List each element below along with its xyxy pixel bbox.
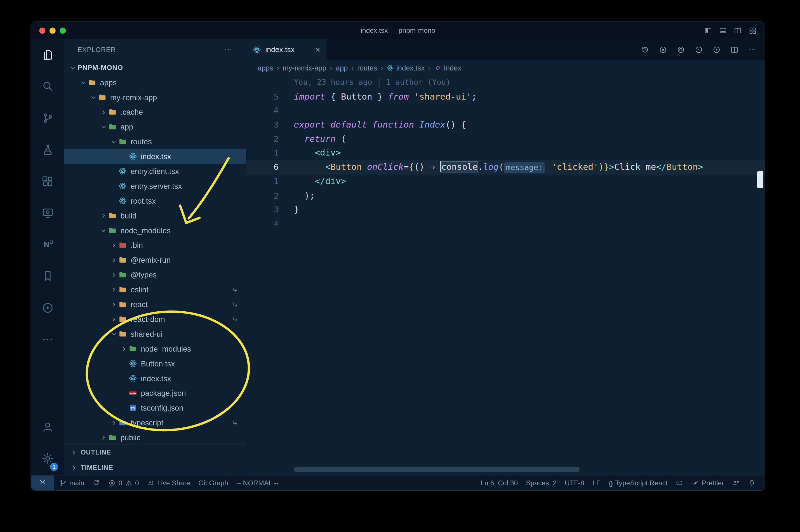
tree-item-node_modules[interactable]: node_modules [64, 341, 246, 356]
tree-item-my-remix-app[interactable]: my-remix-app [64, 90, 246, 104]
breadcrumb-item-app[interactable]: app [336, 64, 348, 72]
tree-item-label: @types [131, 270, 157, 279]
tree-item-@types[interactable]: @types [64, 267, 246, 282]
code-token: { [325, 91, 341, 101]
tree-item-PNPM-MONO[interactable]: PNPM-MONO [64, 60, 246, 75]
breadcrumb-item-apps[interactable]: apps [258, 64, 273, 72]
status-encoding[interactable]: UTF-8 [560, 475, 588, 490]
settings-icon[interactable]: 1 [31, 442, 64, 474]
timeline-history-icon[interactable] [641, 45, 649, 54]
status-language-mode[interactable]: {}TypeScript React [605, 475, 672, 490]
breadcrumb-item-Index[interactable]: Index [434, 64, 461, 72]
bookmarks-icon[interactable] [31, 260, 64, 292]
status-vim-mode[interactable]: -- NORMAL -- [232, 475, 283, 490]
layout-panel-icon[interactable] [719, 26, 727, 34]
close-window-button[interactable] [39, 27, 45, 34]
tree-item-shared-ui[interactable]: shared-ui [64, 326, 246, 341]
code-line-content: ); [279, 189, 315, 203]
breadcrumb-item-routes[interactable]: routes [357, 64, 377, 72]
run-and-debug-icon[interactable] [31, 134, 64, 165]
more-actions-icon[interactable] [748, 45, 757, 54]
remote-explorer-icon[interactable] [31, 197, 64, 229]
live-server-icon[interactable] [31, 292, 64, 323]
tree-item-app[interactable]: app [64, 119, 246, 134]
tree-item-eslint[interactable]: eslint [64, 282, 246, 297]
chevron-down-icon [109, 137, 118, 146]
split-editor-icon[interactable] [730, 45, 739, 54]
tree-item-package.json[interactable]: npmpackage.json [64, 386, 246, 401]
breadcrumb-item-index.tsx[interactable]: index.tsx [386, 64, 424, 72]
more-views-icon[interactable] [31, 323, 64, 355]
explorer-icon[interactable] [31, 39, 64, 71]
status-label: Prettier [702, 479, 724, 487]
nx-console-icon[interactable]: N [31, 229, 64, 260]
layout-sidebar-icon[interactable] [704, 26, 712, 34]
tree-item-root.tsx[interactable]: root.tsx [64, 193, 246, 208]
tree-item-routes[interactable]: routes [64, 134, 246, 149]
tree-item-tsconfig.json[interactable]: TStsconfig.json [64, 401, 246, 415]
chevron-right-icon [109, 418, 118, 428]
layout-grid-icon[interactable] [748, 26, 757, 34]
tab-index-tsx[interactable]: index.tsx × [246, 39, 327, 60]
source-control-icon[interactable] [31, 102, 64, 134]
chevron-spacer [109, 181, 118, 190]
tree-item-apps[interactable]: apps [64, 75, 246, 90]
zoom-window-button[interactable] [60, 27, 66, 34]
status-git-graph[interactable]: Git Graph [194, 475, 232, 490]
chevron-right-icon [99, 211, 108, 220]
tree-item-typescript[interactable]: typescript [64, 415, 246, 430]
tree-item-.bin[interactable]: .bin [64, 238, 246, 252]
outline-section[interactable]: OUTLINE [64, 444, 246, 460]
code-editor[interactable]: You, 23 hours ago | 1 author (You)5impor… [246, 76, 765, 475]
line-number: 3 [246, 118, 279, 132]
status-problems[interactable]: 00 [104, 475, 143, 490]
line-number: 2 [246, 132, 279, 146]
views-more-icon[interactable] [224, 45, 233, 54]
folder-green-icon [108, 122, 117, 131]
tree-item-entry.client.tsx[interactable]: entry.client.tsx [64, 164, 246, 179]
status-eol[interactable]: LF [588, 475, 605, 490]
status-live-share[interactable]: Live Share [143, 475, 194, 490]
horizontal-scrollbar[interactable] [294, 467, 579, 472]
timeline-section[interactable]: TIMELINE [64, 459, 246, 475]
code-line-content: export default function Index() { [279, 118, 466, 132]
status-notifications[interactable] [744, 475, 760, 490]
layout-split-icon[interactable] [734, 26, 742, 34]
extensions-icon[interactable] [31, 165, 64, 197]
open-preview-icon[interactable] [677, 45, 685, 54]
close-tab-icon[interactable]: × [315, 45, 320, 54]
gitlens-icon[interactable] [659, 45, 667, 54]
tree-item-.cache[interactable]: .cache [64, 104, 246, 119]
search-icon[interactable] [31, 71, 64, 102]
tree-item-entry.server.tsx[interactable]: entry.server.tsx [64, 178, 246, 193]
tree-item-build[interactable]: build [64, 208, 246, 223]
chevron-down-icon [99, 122, 108, 131]
status-screencast[interactable] [728, 475, 744, 490]
tree-item-public[interactable]: public [64, 430, 246, 444]
tree-item-index.tsx[interactable]: index.tsx [64, 149, 246, 164]
folder-orange-icon [108, 211, 117, 220]
chevron-right-icon [109, 255, 118, 265]
tree-item-label: react-dom [131, 315, 165, 323]
tree-item-Button.tsx[interactable]: Button.tsx [64, 356, 246, 371]
account-icon[interactable] [31, 411, 64, 442]
tree-item-node_modules[interactable]: node_modules [64, 223, 246, 238]
tree-item-react[interactable]: react [64, 297, 246, 312]
status-indentation[interactable]: Spaces: 2 [522, 475, 561, 490]
status-cursor-position[interactable]: Ln 6, Col 30 [477, 475, 522, 490]
status-sync-changes[interactable] [89, 475, 104, 490]
status-git-branch[interactable]: main [55, 475, 89, 490]
tree-item-index.tsx[interactable]: index.tsx [64, 371, 246, 386]
open-changes-icon[interactable] [694, 45, 703, 54]
status-remote-indicator[interactable] [31, 475, 54, 490]
chevron-right-icon [119, 344, 129, 353]
status-copilot[interactable] [672, 475, 688, 490]
tree-item-react-dom[interactable]: react-dom [64, 311, 246, 326]
minimize-window-button[interactable] [50, 27, 56, 34]
run-code-icon[interactable] [712, 45, 721, 54]
code-token: Button [667, 162, 698, 172]
status-formatter[interactable]: Prettier [688, 475, 728, 490]
tree-item-@remix-run[interactable]: @remix-run [64, 252, 246, 267]
breadcrumb-item-my-remix-app[interactable]: my-remix-app [283, 64, 326, 72]
sidebar-header: EXPLORER [64, 39, 246, 60]
